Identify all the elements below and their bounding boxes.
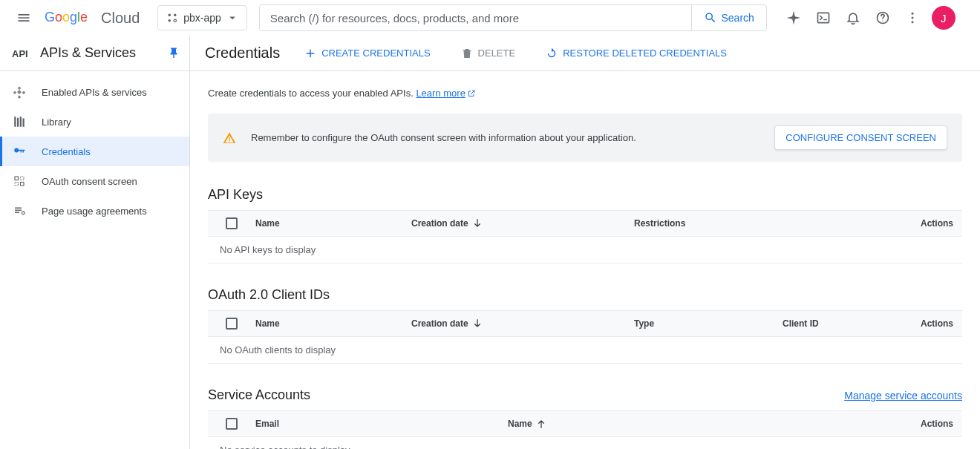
svg-point-10: [911, 21, 913, 23]
svg-text:API: API: [12, 48, 28, 59]
manage-service-accounts-link[interactable]: Manage service accounts: [844, 390, 962, 402]
warning-icon: [223, 131, 236, 145]
sidebar-item-credentials[interactable]: Credentials: [0, 137, 189, 166]
consent-banner: Remember to configure the OAuth consent …: [208, 114, 962, 162]
arrow-down-icon: [471, 318, 483, 330]
sidebar-header: API APIs & Services: [0, 36, 189, 71]
svg-rect-15: [23, 119, 24, 127]
col-name[interactable]: Name: [255, 218, 411, 229]
select-all-checkbox[interactable]: [226, 318, 238, 330]
sidebar: API APIs & Services Enabled APIs & servi…: [0, 36, 190, 449]
sidebar-title: APIs & Services: [40, 45, 167, 61]
col-restrictions[interactable]: Restrictions: [634, 218, 921, 229]
svg-text:Google: Google: [45, 10, 88, 24]
sidebar-item-label: OAuth consent screen: [42, 176, 137, 187]
table-header: Name Creation date Restrictions Actions: [208, 210, 962, 237]
project-selector[interactable]: pbx-app: [157, 5, 247, 30]
more-button[interactable]: [898, 3, 927, 33]
col-type[interactable]: Type: [634, 318, 783, 329]
oauth-clients-section: OAuth 2.0 Client IDs Name Creation date …: [208, 287, 962, 364]
sidebar-item-oauth-consent[interactable]: OAuth consent screen: [0, 166, 189, 196]
col-actions: Actions: [921, 318, 953, 329]
svg-rect-19: [21, 183, 24, 186]
hamburger-menu[interactable]: [6, 0, 42, 36]
col-actions: Actions: [921, 419, 953, 429]
sidebar-item-label: Page usage agreements: [42, 206, 147, 217]
plus-icon: [304, 47, 317, 60]
sidebar-item-label: Enabled APIs & services: [42, 87, 147, 98]
gemini-button[interactable]: [779, 3, 808, 33]
page-title: Credentials: [205, 45, 280, 62]
section-title: Service Accounts: [208, 387, 310, 403]
configure-consent-button[interactable]: CONFIGURE CONSENT SCREEN: [774, 125, 947, 150]
more-vert-icon: [905, 10, 920, 25]
sidebar-item-label: Credentials: [42, 146, 91, 157]
table-header: Name Creation date Type Client ID Action…: [208, 310, 962, 337]
svg-point-7: [882, 21, 883, 22]
col-client-id[interactable]: Client ID: [783, 318, 921, 329]
learn-more-link[interactable]: Learn more: [416, 88, 475, 99]
create-credentials-button[interactable]: CREATE CREDENTIALS: [298, 42, 436, 65]
library-icon: [13, 115, 26, 128]
api-icon: API: [12, 47, 30, 59]
menu-icon: [16, 10, 31, 25]
avatar[interactable]: J: [932, 6, 956, 30]
svg-rect-13: [17, 118, 19, 127]
col-email[interactable]: Email: [255, 419, 508, 429]
svg-rect-18: [15, 183, 19, 186]
cloud-text: Cloud: [101, 10, 140, 27]
empty-message: No OAuth clients to display: [208, 337, 962, 364]
sparkle-icon: [785, 10, 802, 26]
help-icon: [875, 10, 890, 25]
page-header: Credentials CREATE CREDENTIALS DELETE RE…: [190, 36, 980, 71]
svg-point-8: [911, 13, 913, 15]
project-name: pbx-app: [183, 12, 221, 24]
section-title: API Keys: [208, 187, 263, 203]
service-accounts-section: Service Accounts Manage service accounts…: [208, 387, 962, 449]
help-button[interactable]: [868, 3, 898, 33]
page-usage-icon: [13, 204, 26, 217]
restore-icon: [545, 47, 558, 60]
svg-point-20: [22, 212, 24, 214]
intro-text: Create credentials to access your enable…: [208, 88, 962, 99]
svg-point-2: [174, 14, 176, 16]
svg-point-3: [169, 19, 171, 22]
key-icon: [13, 145, 26, 158]
col-name[interactable]: Name: [255, 318, 411, 329]
search-label: Search: [722, 12, 754, 24]
bell-icon: [846, 10, 860, 25]
pin-icon: [167, 47, 180, 60]
svg-rect-14: [20, 117, 22, 127]
col-name[interactable]: Name: [508, 418, 921, 430]
main-content: Credentials CREATE CREDENTIALS DELETE RE…: [190, 36, 980, 449]
sidebar-item-page-usage[interactable]: Page usage agreements: [0, 196, 189, 226]
external-link-icon: [467, 89, 476, 98]
restore-button[interactable]: RESTORE DELETED CREDENTIALS: [539, 42, 733, 65]
select-all-checkbox[interactable]: [226, 217, 238, 229]
col-creation-date[interactable]: Creation date: [411, 318, 634, 330]
banner-text: Remember to configure the OAuth consent …: [251, 132, 760, 143]
empty-message: No API keys to display: [208, 237, 962, 263]
search-button[interactable]: Search: [691, 5, 766, 30]
svg-point-4: [174, 19, 176, 22]
project-icon: [166, 11, 179, 24]
col-creation-date[interactable]: Creation date: [411, 217, 634, 229]
svg-rect-12: [14, 117, 16, 127]
search-icon: [704, 11, 717, 24]
table-header: Email Name Actions: [208, 410, 962, 437]
section-title: OAuth 2.0 Client IDs: [208, 287, 330, 303]
select-all-checkbox[interactable]: [226, 418, 238, 430]
pin-button[interactable]: [167, 47, 180, 60]
chevron-down-icon: [226, 11, 239, 24]
sidebar-item-enabled-apis[interactable]: Enabled APIs & services: [0, 77, 189, 107]
enabled-apis-icon: [13, 85, 26, 99]
arrow-up-icon: [535, 418, 547, 430]
google-cloud-logo[interactable]: Google Cloud: [45, 0, 140, 36]
svg-rect-17: [21, 177, 24, 180]
empty-message: No service accounts to display: [208, 437, 962, 449]
cloud-shell-button[interactable]: [808, 3, 838, 33]
trash-icon: [460, 47, 474, 60]
notifications-button[interactable]: [838, 3, 868, 33]
search-input[interactable]: [260, 5, 691, 30]
sidebar-item-library[interactable]: Library: [0, 107, 189, 137]
